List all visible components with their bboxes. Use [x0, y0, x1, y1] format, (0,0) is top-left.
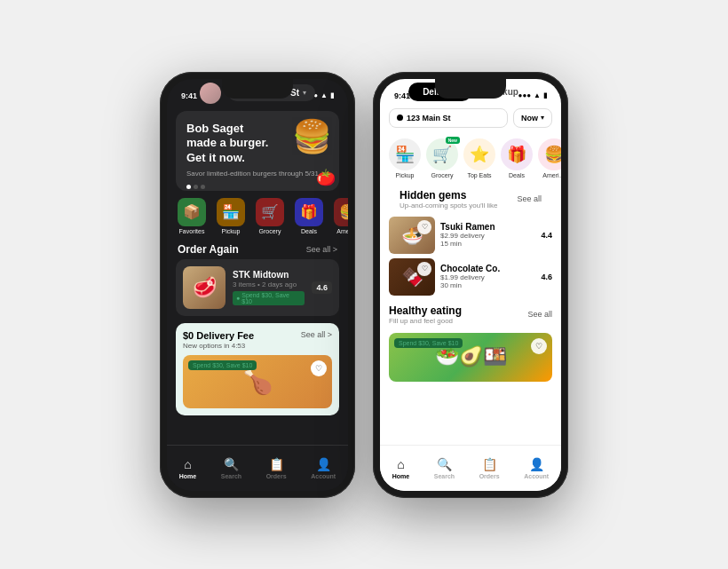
choc-time: 30 min: [440, 281, 535, 289]
light-phone-screen: 9:41 ●●● ▲ ▮ Delivery Pickup 123 M: [380, 79, 561, 491]
account-label: Account: [311, 473, 336, 479]
light-bottom-nav: ⌂ Home 🔍 Search 📋 Orders 👤 Account: [380, 445, 561, 491]
orders-label: Orders: [266, 473, 287, 479]
order-again-see-all[interactable]: See all >: [306, 245, 337, 254]
choc-name: Chocolate Co.: [440, 264, 535, 273]
light-account-icon: 👤: [529, 457, 544, 471]
delivery-header: $0 Delivery Fee New options in 4:53 See …: [183, 330, 332, 350]
light-nav-home[interactable]: ⌂ Home: [392, 457, 409, 479]
light-nav-orders[interactable]: 📋 Orders: [479, 457, 500, 479]
new-badge: New: [446, 137, 460, 144]
light-categories: 🏪 Pickup 🛒 New Grocery ⭐ Top Eats: [380, 135, 561, 184]
light-cat-america[interactable]: 🍔 Ameri…: [538, 138, 561, 178]
order-promo: ● Spend $30, Save $10: [233, 291, 305, 305]
promo-text: Spend $30, Save $10: [241, 292, 301, 304]
user-avatar[interactable]: [200, 83, 221, 104]
favorites-label: Favorites: [179, 228, 205, 234]
time-pill[interactable]: Now ▾: [513, 108, 552, 128]
hero-banner[interactable]: Bob Saget made a burger. Get it now. Sav…: [176, 111, 339, 191]
light-pickup-icon: 🏪: [389, 138, 421, 170]
healthy-promo-text: Spend $30, Save $10: [399, 340, 458, 346]
light-orders-icon: 📋: [482, 457, 497, 471]
light-america-label: Ameri…: [542, 172, 561, 178]
ramen-time: 15 min: [440, 240, 535, 248]
delivery-meta: New options in 4:53: [183, 342, 254, 350]
light-search-icon: 🔍: [437, 457, 452, 471]
nav-search[interactable]: 🔍 Search: [221, 457, 241, 479]
category-grocery[interactable]: 🛒 Grocery: [254, 198, 286, 234]
food-card[interactable]: 🍗 Spend $30, Save $10 ♡: [183, 355, 332, 408]
light-nav-account[interactable]: 👤 Account: [524, 457, 549, 479]
phones-container: 9:41 ●●● ▲ ▮ 1455 Market St ▾: [160, 72, 568, 498]
grocery-icon: 🛒: [256, 198, 284, 226]
light-pickup-label: Pickup: [395, 172, 414, 178]
hidden-gems-title: Hidden gems: [400, 189, 497, 202]
healthy-banner[interactable]: 🥗🥑🍱 Spend $30, Save $10 ♡: [389, 333, 552, 382]
choc-heart-button[interactable]: ♡: [417, 262, 431, 276]
healthy-see-all[interactable]: See all: [527, 310, 552, 319]
dark-screen-content: 1455 Market St ▾ Bob Saget made a burger…: [167, 79, 348, 445]
hidden-gems-subtitle: Up-and-coming spots you'll like: [400, 202, 497, 209]
heart-button[interactable]: ♡: [311, 360, 327, 376]
light-phone-notch: [435, 79, 506, 99]
search-icon: 🔍: [224, 457, 239, 471]
healthy-food-emoji: 🥗🥑🍱: [435, 345, 507, 368]
light-grocery-label: Grocery: [431, 172, 454, 178]
light-cat-top-eats[interactable]: ⭐ Top Eats: [463, 138, 495, 178]
order-card[interactable]: 🥩 STK Midtown 3 items • 2 days ago ● Spe…: [176, 259, 339, 316]
light-home-icon: ⌂: [397, 457, 404, 471]
ramen-delivery: $2.99 delivery: [440, 232, 535, 240]
ramen-rating: 4.4: [541, 231, 552, 240]
light-location-pill[interactable]: 123 Main St: [389, 108, 508, 128]
order-image: 🥩: [183, 266, 226, 309]
hidden-gems-section: Hidden gems Up-and-coming spots you'll l…: [389, 184, 552, 296]
hero-title: Bob Saget made a burger. Get it now.: [186, 122, 272, 167]
hero-subtitle: Savor limited-edition burgers through 5/…: [186, 170, 328, 178]
light-screen-content: Delivery Pickup 123 Main St Now ▾: [380, 79, 561, 445]
light-nav-search[interactable]: 🔍 Search: [434, 457, 455, 479]
ramen-name: Tsuki Ramen: [440, 222, 535, 232]
light-location-text: 123 Main St: [407, 114, 451, 122]
light-cat-grocery[interactable]: 🛒 New Grocery: [426, 138, 458, 178]
category-america[interactable]: 🍔 Ameri…: [332, 198, 348, 234]
time-text: Now: [521, 114, 538, 122]
deals-label: Deals: [301, 228, 317, 234]
dark-phone-notch: [222, 79, 293, 99]
restaurant-row-choc[interactable]: 🍫 ♡ Chocolate Co. $1.99 delivery 30 min …: [389, 258, 552, 296]
healthy-heart-button[interactable]: ♡: [531, 338, 547, 354]
favorites-icon: 📦: [178, 198, 206, 226]
order-name: STK Midtown: [233, 270, 305, 280]
light-cat-deals[interactable]: 🎁 Deals: [501, 138, 533, 178]
delivery-section: $0 Delivery Fee New options in 4:53 See …: [176, 323, 339, 415]
light-cat-pickup[interactable]: 🏪 Pickup: [389, 138, 421, 178]
nav-orders[interactable]: 📋 Orders: [266, 457, 287, 479]
choc-details: Chocolate Co. $1.99 delivery 30 min: [440, 264, 535, 289]
nav-account[interactable]: 👤 Account: [311, 457, 336, 479]
healthy-text: Healthy eating Fill up and feel good: [389, 304, 462, 325]
america-label: Ameri…: [336, 228, 348, 234]
hero-burger-emoji: 🍔: [292, 118, 332, 155]
order-meta: 3 items • 2 days ago: [233, 281, 305, 288]
order-again-title: Order Again: [178, 243, 239, 256]
light-orders-label: Orders: [479, 473, 500, 479]
delivery-see-all[interactable]: See all >: [301, 330, 332, 350]
search-label: Search: [221, 473, 241, 479]
hidden-gems-see-all[interactable]: See all: [517, 194, 542, 203]
light-top-eats-icon: ⭐: [463, 138, 495, 170]
order-details: STK Midtown 3 items • 2 days ago ● Spend…: [233, 270, 305, 305]
light-home-label: Home: [392, 473, 409, 479]
category-favorites[interactable]: 📦 Favorites: [176, 198, 208, 234]
grocery-label: Grocery: [259, 228, 281, 234]
deals-icon: 🎁: [295, 198, 323, 226]
category-deals[interactable]: 🎁 Deals: [293, 198, 325, 234]
light-top-eats-label: Top Eats: [467, 172, 491, 178]
nav-home[interactable]: ⌂ Home: [179, 457, 196, 479]
food-promo-text: Spend $30, Save $10: [193, 362, 252, 368]
ramen-image: 🍜 ♡: [389, 217, 435, 254]
hero-tomato-emoji: 🍅: [316, 168, 336, 187]
ramen-heart-button[interactable]: ♡: [417, 220, 431, 234]
restaurant-row-ramen[interactable]: 🍜 ♡ Tsuki Ramen $2.99 delivery 15 min 4.…: [389, 217, 552, 254]
food-promo-badge: Spend $30, Save $10: [188, 360, 257, 370]
choc-image: 🍫 ♡: [389, 258, 435, 296]
category-pickup[interactable]: 🏪 Pickup: [215, 198, 247, 234]
